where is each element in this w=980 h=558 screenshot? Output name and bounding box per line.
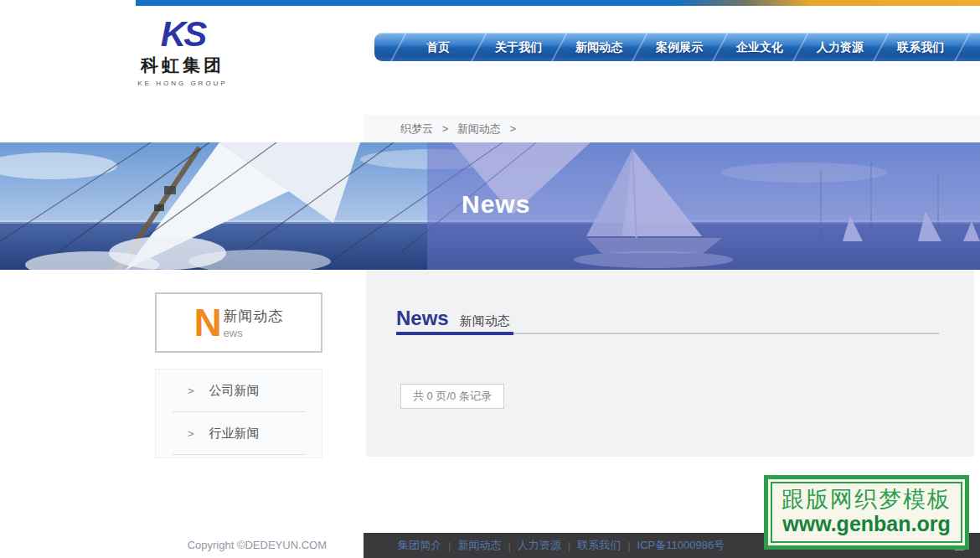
sidebar-title-initial: N [193,304,221,341]
sidebar-title-cn: 新闻动态 [224,307,284,326]
breadcrumb: 织梦云 > 新闻动态 > [364,115,980,142]
page: KS 科虹集团 KE HONG GROUP 首页 关于我们 新闻动态 案例展示 … [0,0,980,558]
news-content-panel: News 新闻动态 共 0 页/0 条记录 [366,270,974,457]
nav-item-home[interactable]: 首页 [398,33,478,61]
footer-separator: | [627,540,630,552]
breadcrumb-link-news[interactable]: 新闻动态 [457,122,501,135]
chevron-right-icon: > [188,385,194,397]
sidebar-menu: > 公司新闻 > 行业新闻 [155,369,322,458]
title-underline-rest [513,333,939,334]
pagination-info: 共 0 页/0 条记录 [400,384,504,409]
sidebar-title-box: N 新闻动态 ews [155,292,322,353]
sidebar-title-text: 新闻动态 ews [224,307,284,339]
nav-item-about[interactable]: 关于我们 [478,33,559,61]
section-title-en: News [396,307,449,330]
section-title-cn: 新闻动态 [460,313,510,329]
title-underline-accent [396,332,513,335]
nav-item-culture[interactable]: 企业文化 [720,33,800,61]
chevron-right-icon: > [188,427,194,440]
watermark-line1: 跟版网织梦模板 [774,486,959,513]
main-nav: 首页 关于我们 新闻动态 案例展示 企业文化 人力资源 联系我们 [374,33,980,61]
logo-text-cn: 科虹集团 [127,54,238,77]
logo[interactable]: KS 科虹集团 KE HONG GROUP [127,15,238,87]
nav-item-news[interactable]: 新闻动态 [559,33,639,61]
top-accent-bar [0,0,980,6]
watermark-box: 跟版网织梦模板 www.genban.org [764,475,969,550]
sidebar-item-label: 公司新闻 [209,383,260,399]
logo-mark: KS [127,15,238,54]
footer-link-hr[interactable]: 人力资源 [518,538,561,553]
title-underline [396,332,939,335]
footer-separator: | [568,540,570,552]
sidebar-item-industry-news[interactable]: > 行业新闻 [156,412,322,455]
footer-link-about[interactable]: 集团简介 [398,538,441,553]
breadcrumb-separator: > [442,122,449,135]
nav-item-hr[interactable]: 人力资源 [800,33,880,61]
nav-item-contact[interactable]: 联系我们 [880,33,961,61]
footer-link-icp[interactable]: ICP备11000986号 [637,538,725,553]
banner-title: News [462,190,530,219]
footer-separator: | [508,540,510,552]
watermark-inner: 跟版网织梦模板 www.genban.org [771,482,962,543]
breadcrumb-separator: > [509,122,516,135]
logo-text-en: KE HONG GROUP [127,80,238,87]
nav-item-cases[interactable]: 案例展示 [639,33,720,61]
sidebar-item-label: 行业新闻 [209,426,260,442]
breadcrumb-link-home[interactable]: 织梦云 [400,122,433,135]
footer-link-news[interactable]: 新闻动态 [457,538,501,553]
copyright: Copyright ©DEDEYUN.COM [0,533,327,558]
footer-separator: | [448,540,451,552]
section-heading: News 新闻动态 [396,307,510,330]
news-banner: News [0,142,980,270]
top-accent-gradient [136,0,980,6]
watermark-url: www.genban.org [774,513,959,536]
sidebar-title-rest: ews [224,327,284,339]
footer-link-contact[interactable]: 联系我们 [577,538,621,553]
sidebar-item-company-news[interactable]: > 公司新闻 [156,369,322,412]
